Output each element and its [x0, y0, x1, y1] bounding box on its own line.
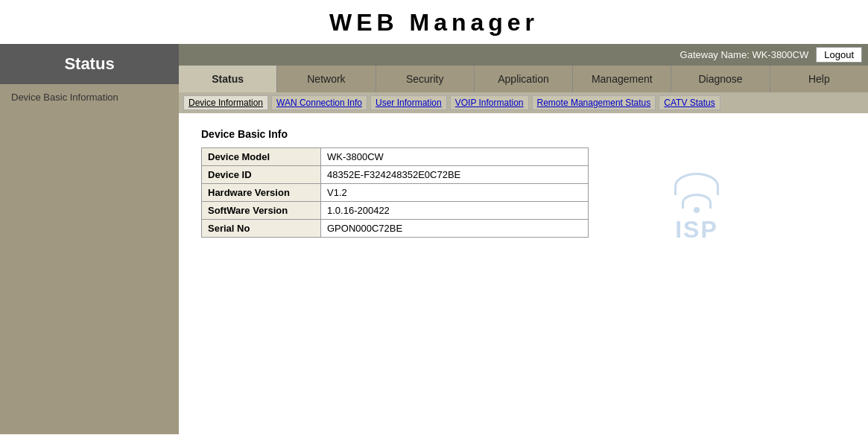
sub-nav-device-info[interactable]: Device Information [183, 95, 268, 110]
content-area: Gateway Name: WK-3800CW Logout StatusNet… [179, 44, 868, 434]
table-cell-label: Serial No [202, 220, 321, 238]
table-cell-value: 48352E-F324248352E0C72BE [321, 166, 589, 184]
table-row: Device ModelWK-3800CW [202, 148, 589, 166]
gateway-name: Gateway Name: WK-3800CW [680, 49, 809, 60]
nav-tab-security[interactable]: Security [376, 66, 475, 92]
isp-watermark: ISP [674, 173, 719, 244]
sub-nav-wan-conn[interactable]: WAN Connection Info [271, 95, 367, 110]
table-cell-value: WK-3800CW [321, 148, 589, 166]
device-info-table: Device ModelWK-3800CWDevice ID48352E-F32… [201, 147, 589, 238]
table-cell-label: SoftWare Version [202, 202, 321, 220]
table-row: SoftWare Version1.0.16-200422 [202, 202, 589, 220]
table-cell-label: Device ID [202, 166, 321, 184]
nav-tab-status[interactable]: Status [179, 66, 277, 92]
isp-arc-inner [682, 194, 712, 209]
section-title: Device Basic Info [201, 128, 846, 140]
table-cell-label: Hardware Version [202, 184, 321, 202]
table-row: Device ID48352E-F324248352E0C72BE [202, 166, 589, 184]
table-cell-value: 1.0.16-200422 [321, 202, 589, 220]
table-cell-value: V1.2 [321, 184, 589, 202]
sidebar-item-device-basic[interactable]: Device Basic Information [0, 84, 179, 110]
nav-tab-application[interactable]: Application [475, 66, 573, 92]
table-row: Serial NoGPON000C72BE [202, 220, 589, 238]
table-cell-label: Device Model [202, 148, 321, 166]
table-row: Hardware VersionV1.2 [202, 184, 589, 202]
sub-nav-voip-info[interactable]: VOIP Information [450, 95, 529, 110]
sub-nav-catv[interactable]: CATV Status [659, 95, 720, 110]
main-content: Device Basic Info Device ModelWK-3800CWD… [179, 113, 868, 434]
isp-text: ISP [675, 216, 718, 244]
nav-tab-diagnose[interactable]: Diagnose [671, 66, 770, 92]
top-bar: Gateway Name: WK-3800CW Logout [179, 44, 868, 66]
isp-arc-outer [674, 173, 719, 195]
nav-tabs: StatusNetworkSecurityApplicationManageme… [179, 66, 868, 92]
nav-tab-management[interactable]: Management [573, 66, 671, 92]
logout-button[interactable]: Logout [816, 47, 862, 63]
sub-nav: Device InformationWAN Connection InfoUse… [179, 92, 868, 113]
sidebar: Status Device Basic Information [0, 44, 179, 434]
nav-tab-network[interactable]: Network [277, 66, 376, 92]
table-cell-value: GPON000C72BE [321, 220, 589, 238]
isp-dot [694, 207, 700, 213]
page-title: WEB Manager [0, 0, 868, 44]
sidebar-title: Status [0, 44, 179, 84]
nav-tab-help[interactable]: Help [770, 66, 868, 92]
sub-nav-remote-mgmt[interactable]: Remote Management Status [532, 95, 656, 110]
sub-nav-user-info[interactable]: User Information [370, 95, 447, 110]
